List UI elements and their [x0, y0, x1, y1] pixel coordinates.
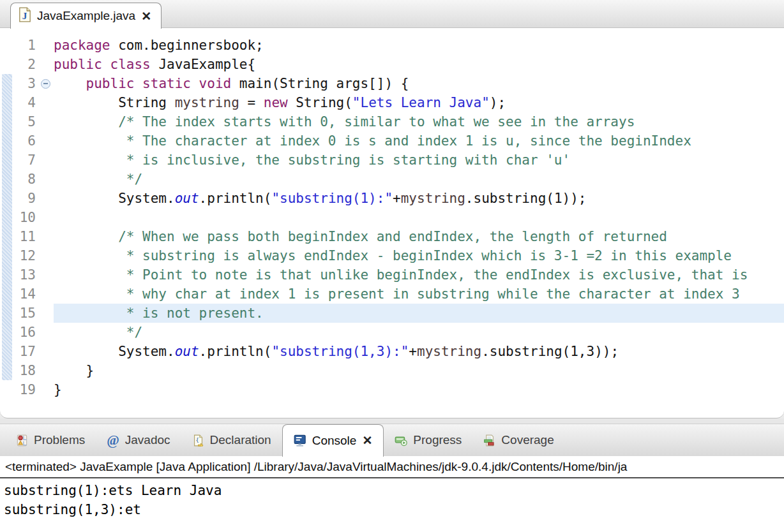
code-text[interactable]: }	[54, 380, 784, 399]
code-line[interactable]: 5 /* The index starts with 0, similar to…	[0, 112, 784, 131]
code-text[interactable]: * substring is always endIndex - beginIn…	[54, 246, 784, 265]
tab-javadoc[interactable]: @Javadoc	[96, 424, 181, 457]
code-line[interactable]: 18 }	[0, 361, 784, 380]
java-file-icon: J	[19, 7, 31, 25]
code-text[interactable]: public static void main(String args[]) {	[54, 74, 784, 93]
view-tab-label: Problems	[34, 433, 85, 447]
coverage-icon	[483, 434, 495, 447]
code-line[interactable]: 6 * The character at index 0 is s and in…	[0, 131, 784, 151]
code-text[interactable]: * Point to note is that unlike beginInde…	[54, 265, 784, 284]
fold-column	[37, 189, 54, 208]
code-line[interactable]: 13 * Point to note is that unlike beginI…	[0, 265, 784, 284]
console-output-line: substring(1):ets Learn Java	[4, 481, 780, 500]
console-view[interactable]: <terminated> JavaExample [Java Applicati…	[0, 456, 784, 532]
code-line[interactable]: 14 * why char at index 1 is present in s…	[0, 284, 784, 304]
editor-tabbar: J JavaExample.java ✕	[0, 0, 784, 28]
fold-column	[37, 265, 54, 284]
line-number: 2	[0, 55, 37, 74]
code-line[interactable]: 12 * substring is always endIndex - begi…	[0, 246, 784, 265]
fold-column	[37, 342, 54, 361]
progress-icon	[395, 434, 407, 447]
tab-close-icon[interactable]: ✕	[141, 10, 151, 22]
code-line[interactable]: 1package com.beginnersbook;	[0, 36, 784, 55]
svg-text:{: {	[195, 436, 199, 443]
code-line[interactable]: 7 * is inclusive, the substring is start…	[0, 151, 784, 170]
tab-coverage[interactable]: Coverage	[472, 424, 564, 457]
fold-column	[37, 112, 54, 131]
view-tab-label: Javadoc	[125, 433, 170, 447]
code-text[interactable]	[54, 208, 784, 227]
editor-tab-title: JavaExample.java	[37, 9, 135, 23]
code-text[interactable]: /* The index starts with 0, similar to w…	[54, 112, 784, 131]
console-process-header: <terminated> JavaExample [Java Applicati…	[0, 456, 784, 478]
fold-collapse-icon[interactable]	[41, 79, 50, 89]
fold-column	[37, 36, 54, 55]
view-tab-label: Declaration	[210, 433, 271, 447]
view-tab-label: Coverage	[501, 433, 554, 447]
line-number: 1	[0, 36, 37, 55]
tab-problems[interactable]: Problems	[5, 424, 96, 457]
code-area: 1package com.beginnersbook;2public class…	[0, 28, 784, 418]
code-text[interactable]: package com.beginnersbook;	[54, 36, 784, 55]
tab-close-icon[interactable]: ✕	[362, 434, 372, 447]
fold-column	[37, 55, 54, 74]
console-output[interactable]: substring(1):ets Learn Javasubstring(1,3…	[0, 478, 784, 522]
code-text[interactable]: * is inclusive, the substring is startin…	[54, 151, 784, 170]
fold-column	[37, 284, 54, 304]
code-line[interactable]: 15 * is not present.	[0, 304, 784, 323]
tab-javaexample[interactable]: J JavaExample.java ✕	[10, 3, 162, 29]
code-line[interactable]: 4 String mystring = new String("Lets Lea…	[0, 93, 784, 112]
fold-column	[37, 304, 54, 323]
console-output-line: substring(1,3):et	[4, 500, 780, 519]
fold-column	[37, 93, 54, 112]
line-number: 19	[0, 380, 37, 399]
code-line[interactable]: 8 */	[0, 170, 784, 189]
tab-console[interactable]: Console✕	[282, 424, 384, 457]
code-line[interactable]: 2public class JavaExample{	[0, 55, 784, 74]
fold-column	[37, 151, 54, 170]
fold-column	[37, 208, 54, 227]
code-line[interactable]: 19}	[0, 380, 784, 399]
code-text[interactable]: System.out.println("substring(1):"+mystr…	[54, 189, 784, 208]
code-text[interactable]: * The character at index 0 is s and inde…	[54, 131, 784, 151]
code-line[interactable]: 3 public static void main(String args[])…	[0, 74, 784, 93]
declaration-icon: {	[192, 434, 204, 447]
panel-sash[interactable]	[0, 418, 784, 424]
tab-declaration[interactable]: {Declaration	[181, 424, 282, 457]
code-text[interactable]: * why char at index 1 is present in subs…	[54, 284, 784, 304]
fold-column	[37, 170, 54, 189]
javadoc-icon: @	[107, 432, 119, 448]
tab-progress[interactable]: Progress	[384, 424, 472, 457]
bottom-view-tabbar: Problems@Javadoc{DeclarationConsole✕Prog…	[0, 424, 784, 456]
code-line[interactable]: 10	[0, 208, 784, 227]
code-text[interactable]: public class JavaExample{	[54, 55, 784, 74]
console-icon	[294, 434, 306, 447]
fold-column	[37, 227, 54, 246]
method-range-indicator	[2, 74, 12, 380]
fold-column	[37, 380, 54, 399]
code-text[interactable]: System.out.println("substring(1,3):"+mys…	[54, 342, 784, 361]
fold-column	[37, 131, 54, 151]
svg-text:J: J	[22, 10, 27, 21]
problems-icon	[16, 434, 28, 447]
fold-column	[37, 361, 54, 380]
code-line[interactable]: 17 System.out.println("substring(1,3):"+…	[0, 342, 784, 361]
code-text[interactable]: String mystring = new String("Lets Learn…	[54, 93, 784, 112]
view-tab-label: Progress	[413, 433, 462, 447]
fold-column	[37, 323, 54, 342]
code-editor[interactable]: 1package com.beginnersbook;2public class…	[0, 28, 784, 418]
code-line[interactable]: 16 */	[0, 323, 784, 342]
code-line[interactable]: 9 System.out.println("substring(1):"+mys…	[0, 189, 784, 208]
fold-column	[37, 74, 54, 93]
code-text[interactable]: }	[54, 361, 784, 380]
code-line[interactable]: 11 /* When we pass both beginIndex and e…	[0, 227, 784, 246]
code-text[interactable]: */	[54, 170, 784, 189]
view-tab-label: Console	[312, 434, 357, 448]
code-text[interactable]: * is not present.	[54, 304, 784, 323]
fold-column	[37, 246, 54, 265]
code-text[interactable]: /* When we pass both beginIndex and endI…	[54, 227, 784, 246]
code-text[interactable]: */	[54, 323, 784, 342]
